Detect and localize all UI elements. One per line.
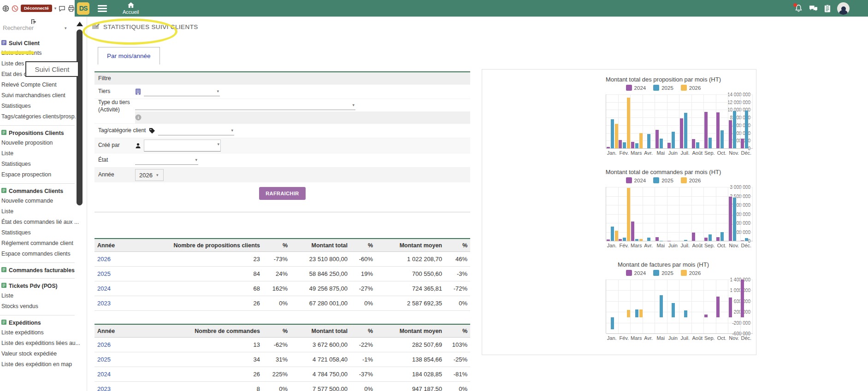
bar-2024-Sep bbox=[704, 238, 708, 241]
chat-bubble-icon[interactable] bbox=[59, 5, 65, 12]
table-header-cell: % bbox=[350, 324, 376, 338]
table-row: 202380%7 577 500,000%947 187,500% bbox=[94, 382, 470, 391]
sidebar-section-propositions-clients[interactable]: Propositions Clients bbox=[0, 126, 75, 138]
nav-home-label: Accueil bbox=[123, 10, 139, 15]
bar-2024-Déc bbox=[741, 139, 744, 148]
sidebar-item-statistiques[interactable]: Statistiques bbox=[0, 159, 75, 169]
sidebar-section-suivi-client[interactable]: Suivi Client bbox=[0, 36, 75, 48]
sidebar-section-exp-ditions[interactable]: Expéditions bbox=[0, 315, 75, 327]
tiers-select[interactable] bbox=[144, 87, 220, 96]
year-link[interactable]: 2024 bbox=[97, 371, 111, 378]
sidebar-item-liste-des-exp-ditions-li-es-au[interactable]: Liste des expéditions liées au... bbox=[0, 338, 75, 349]
scrollbar-thumb[interactable] bbox=[77, 29, 83, 205]
table-cell: 0% bbox=[445, 382, 470, 391]
sidebar-item-stocks-vendus[interactable]: Stocks vendus bbox=[0, 301, 75, 312]
app-logo[interactable]: DS bbox=[77, 2, 89, 15]
x-axis-label: Jan. bbox=[606, 243, 618, 248]
sidebar-item-liste[interactable]: Liste bbox=[0, 206, 75, 217]
bar-2024-Mai bbox=[655, 237, 659, 241]
year-link[interactable]: 2026 bbox=[97, 256, 111, 263]
table-header-cell: Année bbox=[94, 239, 145, 252]
select-caret-icon bbox=[217, 142, 219, 146]
status-badge[interactable]: Déconnecté bbox=[21, 5, 52, 12]
status-caret-icon[interactable] bbox=[54, 6, 57, 11]
stats-chart-2: Montant total de commandes par mois (HT)… bbox=[573, 169, 753, 250]
x-axis-label: Fév. bbox=[618, 150, 631, 156]
year-link[interactable]: 2024 bbox=[97, 285, 111, 292]
sidebar-item-liste-exp-ditions[interactable]: Liste expéditions bbox=[0, 327, 75, 338]
sidebar-section-commandes-clients[interactable]: Commandes Clients bbox=[0, 184, 75, 196]
printer-icon[interactable] bbox=[68, 5, 75, 12]
page-header: STATISTIQUES SUIVI CLIENTS bbox=[91, 22, 198, 32]
nav-home[interactable]: Accueil bbox=[123, 2, 139, 15]
bar-2025-Mai bbox=[660, 295, 663, 317]
year-select[interactable]: 2026 bbox=[135, 169, 164, 181]
search-input[interactable] bbox=[2, 24, 59, 32]
sidebar-item-statistiques[interactable]: Statistiques bbox=[0, 101, 75, 111]
table-cell: 23 bbox=[145, 252, 263, 267]
table-cell: 49 256 875,00 bbox=[290, 281, 350, 296]
hamburger-menu-icon[interactable] bbox=[98, 5, 107, 12]
scrollbar-up-arrow[interactable] bbox=[77, 22, 83, 26]
sidebar-item-liste[interactable]: Liste bbox=[0, 148, 75, 159]
sidebar-item-espace-prospection[interactable]: Espace prospection bbox=[0, 169, 75, 180]
sidebar-item-espace-commandes-clients[interactable]: Espace commandes clients bbox=[0, 249, 75, 259]
sidebar-section-commandes-facturables[interactable]: Commandes facturables bbox=[0, 263, 75, 275]
search-caret-icon[interactable] bbox=[65, 26, 67, 30]
bar-2024-Fév bbox=[619, 140, 622, 148]
sidebar-item-nouvelle-proposition[interactable]: Nouvelle proposition bbox=[0, 138, 75, 148]
bar-2024-Mai bbox=[655, 130, 659, 148]
sidebar-item-liste-des-clients[interactable]: Liste des clients bbox=[0, 48, 75, 58]
globe-icon[interactable] bbox=[2, 5, 9, 12]
tab-par-mois-annee[interactable]: Par mois/année bbox=[98, 47, 160, 64]
select-caret-icon bbox=[195, 158, 197, 162]
bell-icon[interactable] bbox=[795, 5, 803, 12]
table-cell: 4 721 058,40 bbox=[290, 352, 350, 367]
sidebar-section-tickets-pdv-pos-[interactable]: Tickets Pdv (POS) bbox=[0, 279, 75, 291]
tag-cat-gorie-client-select[interactable] bbox=[158, 126, 234, 135]
year-link[interactable]: 2023 bbox=[97, 385, 111, 391]
sidebar-item-tags-cat-gories-clients-prosp-[interactable]: Tags/catégories clients/prosp. bbox=[0, 111, 75, 122]
table-row: 202468162%49 256 875,00-27%724 365,81-72… bbox=[94, 281, 470, 296]
year-cell: 2023 bbox=[94, 296, 145, 311]
bar-2026-Mars bbox=[639, 133, 643, 148]
sidebar-section-label: Expéditions bbox=[9, 320, 41, 326]
sidebar-item-relev-compte-client[interactable]: Relevé Compte Client bbox=[0, 80, 75, 90]
table-cell: -37% bbox=[350, 367, 376, 382]
gridline bbox=[618, 280, 619, 333]
year-link[interactable]: 2026 bbox=[97, 341, 111, 348]
phone-icon[interactable] bbox=[12, 5, 18, 12]
avatar[interactable] bbox=[837, 2, 850, 15]
sidebar-item-statistiques[interactable]: Statistiques bbox=[0, 228, 75, 238]
sidebar-item-liste[interactable]: Liste bbox=[0, 291, 75, 301]
clipboard-icon[interactable] bbox=[824, 5, 831, 12]
bar-2025-Juil bbox=[684, 310, 687, 317]
sidebar-item-liste-des-exp-dition-en-map[interactable]: Liste des expédition en map bbox=[0, 359, 75, 370]
filter-label: Tiers bbox=[94, 88, 135, 95]
legend-item: 2026 bbox=[681, 177, 701, 183]
cr-par-select[interactable] bbox=[144, 140, 221, 152]
legend-label: 2025 bbox=[661, 178, 673, 183]
year-link[interactable]: 2023 bbox=[97, 300, 111, 307]
table-cell: 4 784 750,00 bbox=[290, 367, 350, 382]
type-tiers-select[interactable] bbox=[135, 101, 355, 110]
sidebar-item-valeur-stock-exp-di-e[interactable]: Valeur stock expédiée bbox=[0, 349, 75, 359]
x-axis-label: Sep. bbox=[703, 150, 716, 156]
year-link[interactable]: 2025 bbox=[97, 356, 111, 363]
info-icon[interactable]: i bbox=[135, 114, 142, 121]
sidebar-item--tat-des-commandes-li-aux-[interactable]: État des commandes lié aux ... bbox=[0, 217, 75, 228]
year-cell: 2026 bbox=[94, 252, 145, 267]
bar-2025-Fév bbox=[623, 238, 626, 241]
bar-2025-Mars bbox=[635, 143, 638, 148]
-tat-select[interactable] bbox=[135, 156, 198, 165]
table-header-cell: Montant total bbox=[290, 324, 350, 338]
sidebar-item-nouvelle-commande[interactable]: Nouvelle commande bbox=[0, 196, 75, 206]
sidebar-item-r-glement-commande-client[interactable]: Réglement commande client bbox=[0, 238, 75, 249]
filter-row-tiers: Tiers bbox=[94, 84, 470, 99]
refresh-button[interactable]: RAFRAICHIR bbox=[259, 187, 305, 200]
year-link[interactable]: 2025 bbox=[97, 270, 111, 277]
chart-plot bbox=[606, 280, 753, 333]
chats-icon[interactable] bbox=[809, 5, 818, 12]
sidebar-section-label: Commandes Clients bbox=[9, 188, 63, 194]
sidebar-item-suivi-marchandises-client[interactable]: Suivi marchandises client bbox=[0, 90, 75, 101]
